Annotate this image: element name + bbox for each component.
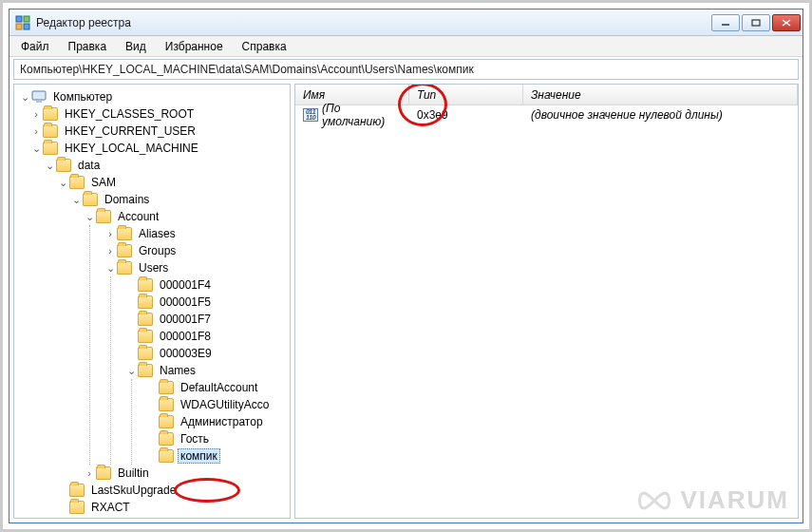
titlebar: Редактор реестра — [9, 10, 803, 36]
address-bar[interactable]: Компьютер\HKEY_LOCAL_MACHINE\data\SAM\Do… — [13, 59, 799, 80]
expander-icon[interactable]: ⌄ — [18, 91, 31, 104]
menu-favorites[interactable]: Избранное — [158, 38, 231, 55]
chevron-down-icon[interactable]: ⌄ — [43, 160, 56, 172]
folder-icon — [43, 107, 58, 121]
folder-icon — [56, 159, 71, 172]
tree-user-3e9[interactable]: ·000003E9 — [124, 345, 290, 362]
tree-name-default[interactable]: ·DefaultAccount — [145, 379, 290, 396]
tree-label: Гость — [178, 431, 212, 446]
tree-hkcr[interactable]: ›HKEY_CLASSES_ROOT — [29, 105, 290, 123]
tree-label: Builtin — [115, 466, 152, 481]
column-value[interactable]: Значение — [523, 85, 798, 104]
column-type[interactable]: Тип — [409, 85, 523, 104]
tree-label: WDAGUtilityAcco — [178, 397, 272, 412]
tree-hklm[interactable]: ⌄HKEY_LOCAL_MACHINE — [29, 140, 290, 157]
tree-names[interactable]: ⌄Names — [124, 362, 290, 379]
list-row-default[interactable]: 011110 (По умолчанию) 0x3e9 (двоичное зн… — [295, 105, 798, 124]
svg-rect-0 — [16, 16, 22, 22]
tree-domains[interactable]: ⌄Domains — [69, 191, 290, 208]
folder-icon — [138, 295, 153, 309]
tree-label: HKEY_CURRENT_USER — [62, 124, 198, 139]
tree-label: Names — [157, 363, 198, 378]
value-data: (двоичное значение нулевой длины) — [523, 108, 798, 122]
tree-user-1f8[interactable]: ·000001F8 — [124, 328, 290, 345]
chevron-down-icon[interactable]: ⌄ — [83, 211, 96, 223]
svg-rect-8 — [32, 91, 46, 100]
folder-icon — [69, 176, 85, 189]
tree-builtin[interactable]: ›Builtin — [83, 465, 290, 482]
menu-help[interactable]: Справка — [235, 38, 294, 55]
tree-name-guest[interactable]: ·Гость — [145, 430, 290, 447]
tree-account[interactable]: ⌄Account — [83, 208, 290, 225]
tree-aliases[interactable]: ›Aliases — [104, 225, 290, 242]
svg-rect-1 — [24, 16, 29, 22]
chevron-right-icon[interactable]: › — [83, 467, 96, 479]
tree-name-admin[interactable]: ·Администратор — [145, 413, 290, 430]
minimize-button[interactable] — [711, 14, 740, 31]
tree-label: 000001F8 — [157, 329, 214, 344]
tree-label: HKEY_LOCAL_MACHINE — [62, 141, 201, 156]
svg-rect-3 — [24, 24, 29, 29]
folder-icon — [117, 244, 132, 257]
computer-icon — [31, 90, 47, 104]
tree-hkcu[interactable]: ›HKEY_CURRENT_USER — [29, 123, 290, 140]
tree-user-1f4[interactable]: ·000001F4 — [124, 276, 290, 294]
folder-icon — [138, 347, 153, 360]
menu-view[interactable]: Вид — [118, 38, 154, 55]
folder-icon — [138, 330, 153, 343]
tree-name-kompik[interactable]: ·компик — [145, 447, 290, 465]
chevron-down-icon[interactable]: ⌄ — [104, 262, 117, 275]
close-button[interactable] — [772, 14, 801, 31]
tree-pane[interactable]: ⌄ Компьютер ›HKEY_CLASSES_ROOT ›HKEY_CUR… — [13, 84, 291, 519]
chevron-down-icon[interactable]: ⌄ — [124, 365, 138, 377]
value-list-pane[interactable]: Имя Тип Значение 011110 (По умолчанию) 0… — [294, 84, 799, 519]
menu-file[interactable]: Файл — [13, 38, 57, 55]
tree-data[interactable]: ⌄data — [43, 157, 290, 174]
chevron-right-icon[interactable]: › — [104, 245, 117, 256]
app-icon — [15, 15, 30, 30]
chevron-down-icon[interactable]: ⌄ — [56, 177, 69, 189]
tree-lastsku[interactable]: ·LastSkuUpgrade — [56, 482, 290, 499]
tree-name-wdag[interactable]: ·WDAGUtilityAcco — [145, 396, 290, 413]
tree-label: 000001F4 — [157, 277, 214, 293]
folder-icon — [117, 227, 132, 240]
chevron-down-icon[interactable]: ⌄ — [29, 142, 43, 155]
tree-label: Aliases — [136, 226, 179, 241]
chevron-down-icon[interactable]: ⌄ — [69, 194, 83, 206]
tree-rxact[interactable]: ·RXACT — [56, 499, 290, 516]
folder-icon — [117, 261, 132, 275]
tree-user-1f7[interactable]: ·000001F7 — [124, 311, 290, 328]
chevron-right-icon[interactable]: › — [104, 228, 117, 239]
svg-rect-5 — [752, 20, 760, 26]
folder-icon — [159, 449, 174, 463]
chevron-right-icon[interactable]: › — [29, 125, 43, 137]
tree-label: data — [75, 158, 103, 173]
value-name: (По умолчанию) — [322, 102, 402, 128]
tree-label: LastSkuUpgrade — [88, 483, 179, 498]
chevron-right-icon[interactable]: › — [29, 108, 43, 120]
tree-label: Компьютер — [50, 89, 115, 104]
maximize-button[interactable] — [742, 14, 770, 31]
folder-icon — [83, 193, 98, 206]
tree-sam[interactable]: ⌄SAM — [56, 174, 290, 191]
tree-label: Account — [115, 209, 161, 224]
address-text: Компьютер\HKEY_LOCAL_MACHINE\data\SAM\Do… — [20, 63, 474, 76]
folder-icon — [159, 415, 174, 428]
folder-icon — [43, 142, 58, 155]
tree-label: 000001F7 — [157, 312, 214, 327]
tree-label: Users — [136, 260, 171, 276]
folder-icon — [138, 313, 153, 326]
menu-edit[interactable]: Правка — [61, 38, 115, 55]
tree-users[interactable]: ⌄Users — [104, 259, 290, 276]
tree-root[interactable]: ⌄ Компьютер — [16, 88, 290, 105]
tree-groups[interactable]: ›Groups — [104, 242, 290, 259]
tree-label: 000001F5 — [157, 294, 214, 310]
window-title: Редактор реестра — [36, 16, 711, 29]
tree-user-1f5[interactable]: ·000001F5 — [124, 294, 290, 311]
folder-icon — [138, 364, 153, 377]
tree-label: Groups — [136, 243, 179, 258]
folder-icon — [138, 278, 153, 292]
folder-icon — [69, 501, 85, 514]
value-type: 0x3e9 — [409, 108, 523, 122]
tree-label-selected: компик — [178, 448, 220, 464]
